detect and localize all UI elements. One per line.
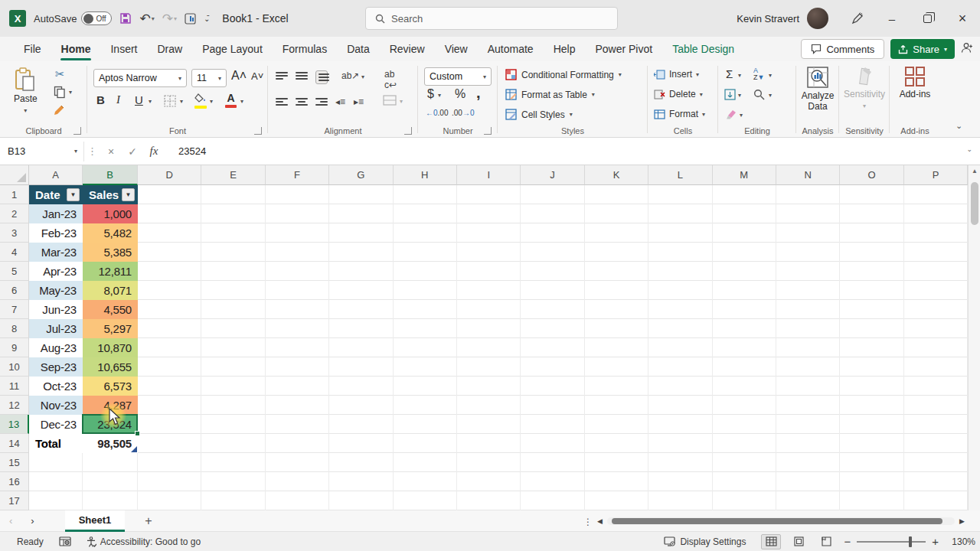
date-cell-Oct-23[interactable]: Oct-23 (29, 377, 83, 396)
sales-cell-Apr-23[interactable]: 12,811 (83, 262, 138, 281)
column-header-A[interactable]: A (29, 165, 83, 185)
number-dialog-launcher[interactable] (484, 127, 492, 135)
row-header-15[interactable]: 15 (0, 453, 29, 472)
sales-cell-Jul-23[interactable]: 5,297 (83, 319, 138, 338)
collapse-ribbon-icon[interactable]: ⌄ (956, 121, 962, 131)
ribbon-tab-formulas[interactable]: Formulas (273, 37, 337, 61)
number-format-combo[interactable]: Custom▾ (424, 67, 492, 86)
merge-dropdown-icon[interactable]: ▾ (400, 98, 403, 105)
orientation-icon[interactable]: ab↗ (341, 70, 359, 81)
save-icon[interactable] (119, 12, 132, 24)
ribbon-tab-power-pivot[interactable]: Power Pivot (585, 37, 662, 61)
clear-dropdown-icon[interactable]: ▾ (740, 112, 743, 119)
fill-color-icon[interactable] (194, 93, 207, 109)
customize-toolbar-icon[interactable] (185, 13, 196, 24)
zoom-out-button[interactable]: − (844, 535, 851, 548)
scroll-up-icon[interactable]: ▲ (972, 168, 978, 174)
accounting-format-icon[interactable]: $ (427, 87, 434, 101)
horizontal-scrollbar[interactable] (607, 517, 955, 525)
column-header-P[interactable]: P (904, 165, 968, 185)
date-cell-Jul-23[interactable]: Jul-23 (29, 319, 83, 338)
increase-font-icon[interactable]: A˄ (231, 69, 247, 83)
ribbon-tab-home[interactable]: Home (51, 37, 101, 61)
share-button[interactable]: Share ▾ (890, 39, 955, 59)
ribbon-tab-view[interactable]: View (435, 37, 478, 61)
row-header-7[interactable]: 7 (0, 300, 29, 319)
coming-soon-icon[interactable] (839, 0, 874, 37)
increase-indent-icon[interactable]: ▸≡ (354, 96, 364, 107)
row-header-12[interactable]: 12 (0, 396, 29, 415)
font-color-icon[interactable]: A (225, 92, 237, 108)
column-header-B[interactable]: B (83, 165, 138, 185)
clipboard-dialog-launcher[interactable] (74, 127, 81, 135)
sales-cell-May-23[interactable]: 8,071 (83, 281, 138, 300)
fill-dropdown-icon[interactable]: ▾ (738, 92, 741, 99)
row-header-2[interactable]: 2 (0, 204, 29, 223)
delete-cells-button[interactable]: Delete▾ (654, 89, 703, 99)
date-cell-Sep-23[interactable]: Sep-23 (29, 357, 83, 377)
analyze-data-button[interactable]: Analyze Data (801, 66, 835, 112)
sort-filter-icon[interactable]: AZ▼ (753, 67, 764, 81)
copy-icon[interactable] (54, 86, 66, 101)
date-cell-Apr-23[interactable]: Apr-23 (29, 262, 83, 281)
sales-cell-Jan-23[interactable]: 1,000 (83, 204, 138, 223)
horizontal-scroll-thumb[interactable] (612, 518, 942, 524)
restore-button[interactable] (910, 0, 945, 37)
comma-style-icon[interactable]: , (476, 84, 481, 102)
comments-button[interactable]: Comments (801, 39, 884, 59)
column-header-I[interactable]: I (457, 165, 521, 185)
page-break-view-button[interactable] (816, 534, 836, 549)
bottom-align-icon[interactable] (315, 70, 328, 84)
insert-function-icon[interactable]: fx (143, 145, 165, 158)
vertical-scrollbar[interactable]: ▲ (968, 165, 980, 510)
normal-view-button[interactable] (761, 534, 781, 549)
autosum-dropdown-icon[interactable]: ▾ (738, 72, 741, 79)
sheet-options-icon[interactable]: ⋮ (583, 517, 593, 527)
redo-button[interactable]: ↷▾ (162, 11, 177, 27)
filter-dropdown-icon[interactable]: ▼ (122, 188, 135, 201)
ribbon-tab-data[interactable]: Data (337, 37, 380, 61)
format-painter-icon[interactable] (54, 104, 67, 119)
column-header-H[interactable]: H (394, 165, 457, 185)
zoom-in-button[interactable]: + (932, 535, 939, 548)
conditional-formatting-button[interactable]: Conditional Formatting▾ (505, 69, 622, 80)
column-header-L[interactable]: L (648, 165, 712, 185)
name-box-dropdown-icon[interactable]: ▾ (74, 148, 77, 155)
underline-button[interactable]: U (135, 93, 143, 106)
zoom-slider-thumb[interactable] (909, 536, 912, 547)
ribbon-tab-table-design[interactable]: Table Design (662, 37, 744, 61)
sort-filter-dropdown-icon[interactable]: ▾ (769, 72, 772, 79)
font-size-combo[interactable]: 11▾ (191, 69, 227, 87)
cell-styles-button[interactable]: Cell Styles▾ (505, 109, 573, 120)
row-header-6[interactable]: 6 (0, 281, 29, 300)
date-cell-Mar-23[interactable]: Mar-23 (29, 243, 83, 262)
ribbon-tab-review[interactable]: Review (380, 37, 435, 61)
macro-record-icon[interactable] (51, 536, 79, 546)
share-dropdown-icon[interactable]: ▾ (944, 46, 947, 53)
undo-button[interactable]: ↶▾ (139, 11, 154, 27)
select-all-corner[interactable] (0, 165, 29, 185)
date-cell-Jan-23[interactable]: Jan-23 (29, 204, 83, 223)
column-header-K[interactable]: K (585, 165, 648, 185)
quick-access-overflow-icon[interactable]: ⌄̄ (204, 15, 210, 23)
autosum-icon[interactable]: Σ (726, 67, 733, 80)
borders-dropdown-icon[interactable]: ▾ (180, 98, 183, 105)
date-cell-Nov-23[interactable]: Nov-23 (29, 396, 83, 415)
row-header-11[interactable]: 11 (0, 377, 29, 396)
vertical-scroll-thumb[interactable] (971, 182, 978, 225)
expand-formula-bar-icon[interactable]: ⌄ (966, 145, 972, 153)
table-resize-handle[interactable] (131, 446, 137, 452)
zoom-level[interactable]: 130% (946, 536, 975, 547)
search-box[interactable]: Search (365, 7, 618, 30)
sales-cell-Jun-23[interactable]: 4,550 (83, 300, 138, 319)
date-cell-Jun-23[interactable]: Jun-23 (29, 300, 83, 319)
accounting-dropdown-icon[interactable]: ▾ (438, 92, 441, 99)
row-header-14[interactable]: 14 (0, 434, 29, 453)
close-button[interactable]: × (945, 0, 980, 37)
formula-input[interactable]: 23524 (178, 145, 206, 157)
user-name[interactable]: Kevin Stravert (737, 13, 799, 24)
ribbon-tab-file[interactable]: File (14, 37, 51, 61)
paste-dropdown-icon[interactable]: ▾ (24, 107, 27, 114)
sales-cell-Sep-23[interactable]: 10,655 (83, 357, 138, 377)
fill-handle[interactable] (135, 431, 140, 436)
